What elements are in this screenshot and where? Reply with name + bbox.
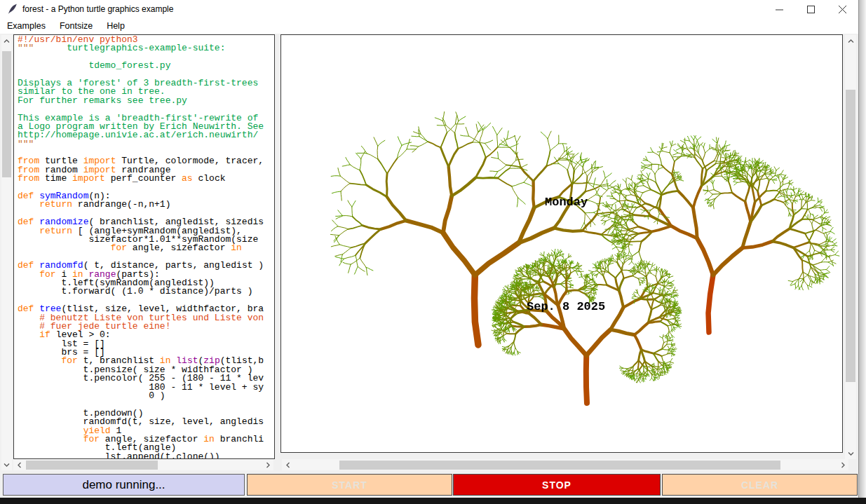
- chevron-up-icon: [4, 39, 10, 43]
- window-title: forest - a Python turtle graphics exampl…: [22, 4, 173, 14]
- code-line: tdemo_forest.py: [18, 62, 264, 70]
- canvas-horizontal-scrollbar-thumb[interactable]: [339, 461, 780, 470]
- title-bar: forest - a Python turtle graphics exampl…: [0, 0, 858, 19]
- canvas-scroll-down-button[interactable]: [845, 448, 856, 459]
- code-line: """ turtlegraphics-example-suite:: [18, 44, 264, 53]
- canvas-scroll-left-button[interactable]: [282, 459, 293, 470]
- maximize-button[interactable]: [795, 0, 827, 19]
- chevron-right-icon: [841, 462, 845, 468]
- start-button[interactable]: START: [247, 474, 452, 496]
- minimize-icon: [776, 6, 783, 13]
- chevron-down-icon: [848, 452, 854, 456]
- canvas-scroll-up-button[interactable]: [845, 35, 856, 46]
- minimize-button[interactable]: [764, 0, 795, 19]
- turtle-graphics-area: Monday Sep. 8 2025: [280, 34, 843, 453]
- window-edge: [858, 0, 866, 498]
- stop-button[interactable]: STOP: [453, 474, 661, 496]
- code-line: from time import perf_counter as clock: [18, 175, 264, 183]
- turtle-canvas: [281, 35, 841, 451]
- code-line: """: [18, 140, 264, 149]
- code-line: http://homepage.univie.ac.at/erich.neuwi…: [18, 131, 264, 139]
- code-line: return randrange(-n,n+1): [18, 200, 264, 209]
- chevron-down-icon: [4, 463, 10, 467]
- chevron-left-icon: [18, 462, 21, 468]
- canvas-scroll-right-button[interactable]: [837, 459, 848, 470]
- source-code-text: #!/usr/bin/env python3""" turtlegraphics…: [18, 36, 264, 459]
- status-message: demo running...: [3, 474, 245, 496]
- canvas-text-weekday: Monday: [545, 196, 588, 209]
- code-scroll-left-button[interactable]: [13, 459, 25, 470]
- chevron-left-icon: [286, 462, 290, 468]
- code-horizontal-scrollbar-thumb[interactable]: [26, 461, 158, 470]
- code-scroll-right-button[interactable]: [262, 459, 273, 470]
- code-line: t.forward( (1.0 * distance)/parts ): [18, 287, 264, 296]
- chevron-up-icon: [848, 39, 854, 43]
- menu-bar: Examples Fontsize Help: [0, 19, 858, 34]
- close-button[interactable]: [827, 0, 858, 19]
- window-bottom-border: [0, 498, 866, 504]
- source-code-viewer[interactable]: #!/usr/bin/env python3""" turtlegraphics…: [13, 34, 275, 459]
- code-line: 0 ): [18, 392, 264, 400]
- menu-fontsize[interactable]: Fontsize: [53, 20, 100, 33]
- menu-help[interactable]: Help: [100, 20, 132, 33]
- canvas-vertical-scrollbar-thumb[interactable]: [846, 90, 855, 382]
- code-line: For further remarks see tree.py: [18, 97, 264, 105]
- code-vertical-scrollbar-thumb[interactable]: [2, 51, 11, 177]
- menu-examples[interactable]: Examples: [0, 20, 53, 33]
- code-line: lst.append(t.clone()): [18, 453, 264, 459]
- close-icon: [839, 6, 846, 13]
- code-line: for angle, sizefactor in: [18, 244, 264, 252]
- code-scroll-down-button[interactable]: [1, 459, 12, 470]
- maximize-icon: [807, 6, 815, 13]
- app-feather-icon: [7, 4, 18, 15]
- canvas-text-date: Sep. 8 2025: [527, 300, 605, 313]
- code-scroll-up-button[interactable]: [1, 35, 12, 46]
- chevron-right-icon: [266, 462, 270, 468]
- clear-button[interactable]: CLEAR: [662, 474, 858, 496]
